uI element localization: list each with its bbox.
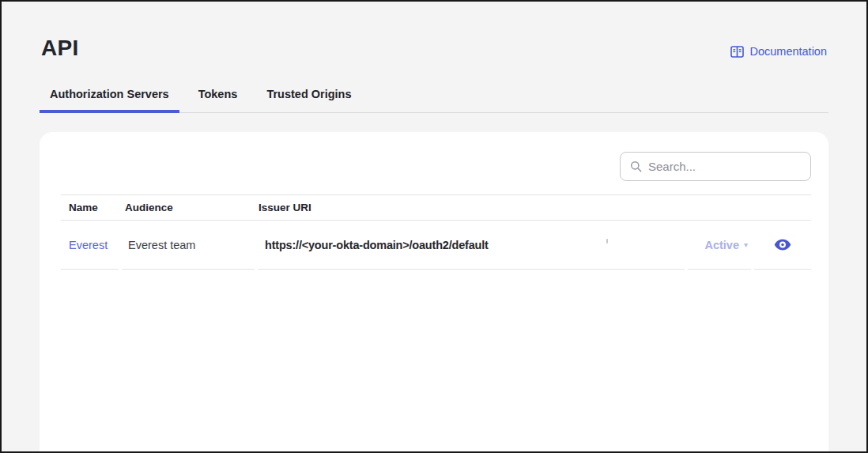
table-toolbar [40,132,828,194]
chevron-down-icon: ▾ [744,241,748,249]
app-window: API Documentation Authorization Servers … [0,0,868,453]
search-input[interactable] [648,160,802,173]
eye-icon [774,239,791,251]
tab-trusted-origins[interactable]: Trusted Origins [256,73,361,112]
page-title: API [41,35,79,62]
table-row: Everest Everest team https://<your-okta-… [61,221,811,270]
authorization-servers-panel: Name Audience Issuer URI Everest Everest… [40,132,828,451]
documentation-link[interactable]: Documentation [730,45,827,62]
issuer-uri-value: https://<your-okta-domain>/oauth2/defaul… [265,239,489,251]
status-label: Active [704,239,739,251]
column-header-audience: Audience [119,202,251,213]
status-dropdown[interactable]: Active ▾ [704,239,748,251]
tab-authorization-servers[interactable]: Authorization Servers [40,73,179,112]
tab-bar: Authorization Servers Tokens Trusted Ori… [40,73,828,113]
search-icon [630,160,648,172]
tab-tokens[interactable]: Tokens [188,73,248,112]
preview-button[interactable] [771,236,794,254]
audience-value: Everest team [128,239,195,251]
book-icon [730,46,744,58]
page-header: API Documentation [2,2,866,62]
column-header-name: Name [61,202,119,213]
table-header-row: Name Audience Issuer URI [61,194,811,221]
stray-pixel-artifact [606,239,608,243]
column-header-issuer-uri: Issuer URI [251,202,691,213]
search-box[interactable] [620,152,811,181]
documentation-label: Documentation [749,45,827,59]
authorization-servers-table: Name Audience Issuer URI Everest Everest… [61,194,811,270]
server-name-link[interactable]: Everest [69,239,108,251]
